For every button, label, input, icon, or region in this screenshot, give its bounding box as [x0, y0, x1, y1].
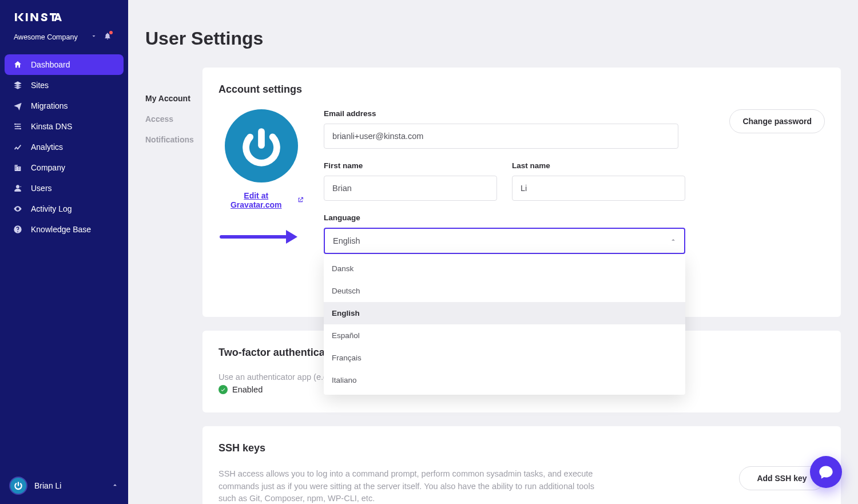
svg-rect-0 — [26, 13, 28, 21]
layers-icon — [13, 80, 23, 90]
sidebar-item-label: Dashboard — [31, 60, 70, 69]
chevron-up-icon — [111, 481, 119, 491]
settings-subnav: My Account Access Notifications — [145, 68, 202, 150]
notification-dot-icon — [109, 31, 113, 34]
sidebar-item-label: Analytics — [31, 142, 63, 152]
card-title: SSH keys — [219, 442, 739, 454]
user-avatar-small — [9, 477, 27, 495]
power-icon — [239, 124, 284, 168]
twofa-status: Enabled — [232, 385, 263, 394]
last-name-label: Last name — [512, 161, 685, 170]
plane-icon — [13, 101, 23, 111]
notifications-bell[interactable] — [101, 32, 114, 42]
sidebar-nav: Dashboard Sites Migrations Kinsta DNS An… — [0, 52, 128, 242]
sidebar-item-kinsta-dns[interactable]: Kinsta DNS — [5, 116, 124, 137]
svg-point-3 — [19, 128, 21, 130]
ssh-description: SSH access allows you to log into a comm… — [219, 468, 596, 504]
svg-point-1 — [14, 124, 16, 125]
subnav-my-account[interactable]: My Account — [145, 88, 202, 109]
language-option[interactable]: Dansk — [324, 257, 685, 280]
sidebar-item-users[interactable]: Users — [5, 178, 124, 199]
sidebar-item-dashboard[interactable]: Dashboard — [5, 54, 124, 75]
change-password-button[interactable]: Change password — [729, 109, 825, 133]
chevron-up-icon — [669, 236, 677, 245]
account-settings-card: Account settings Edit at Gravatar.com — [202, 68, 841, 317]
language-option[interactable]: English — [324, 302, 685, 324]
language-value: English — [333, 236, 360, 245]
sidebar-item-label: Sites — [31, 81, 49, 90]
sidebar-item-label: Company — [31, 163, 65, 172]
last-name-input[interactable] — [512, 176, 685, 201]
first-name-input[interactable] — [324, 176, 497, 201]
sidebar-item-label: Kinsta DNS — [31, 122, 72, 131]
check-circle-icon — [219, 385, 228, 394]
edit-gravatar-link[interactable]: Edit at Gravatar.com — [219, 191, 304, 209]
sidebar-item-label: Migrations — [31, 101, 68, 110]
ssh-card: SSH keys SSH access allows you to log in… — [202, 426, 841, 504]
external-link-icon — [297, 196, 304, 204]
language-option[interactable]: Deutsch — [324, 280, 685, 302]
sidebar-user-name: Brian Li — [34, 481, 61, 490]
chevron-down-icon — [87, 33, 101, 41]
eye-icon — [13, 204, 23, 214]
company-name: Awesome Company — [14, 33, 87, 41]
sidebar-item-knowledge-base[interactable]: Knowledge Base — [5, 219, 124, 240]
company-switcher[interactable]: Awesome Company — [0, 29, 128, 52]
building-icon — [13, 162, 23, 173]
sidebar-item-label: Users — [31, 184, 52, 193]
brand-logo[interactable] — [0, 0, 128, 29]
email-label: Email address — [324, 109, 678, 118]
language-option[interactable]: Français — [324, 347, 685, 369]
sidebar-item-sites[interactable]: Sites — [5, 75, 124, 96]
kinsta-logo-icon — [14, 11, 62, 23]
language-select[interactable]: English — [324, 228, 685, 254]
chat-icon — [818, 464, 834, 480]
language-option[interactable]: Italiano — [324, 369, 685, 391]
subnav-access[interactable]: Access — [145, 109, 202, 129]
sidebar-item-analytics[interactable]: Analytics — [5, 137, 124, 157]
svg-point-2 — [17, 126, 19, 128]
subnav-notifications[interactable]: Notifications — [145, 129, 202, 150]
sidebar-item-label: Activity Log — [31, 204, 72, 213]
sidebar-item-migrations[interactable]: Migrations — [5, 96, 124, 116]
page-title: User Settings — [128, 12, 858, 55]
main-content: User Settings My Account Access Notifica… — [128, 12, 858, 504]
sidebar-item-activity-log[interactable]: Activity Log — [5, 199, 124, 219]
sidebar: Awesome Company Dashboard Sites Migratio… — [0, 0, 128, 504]
language-dropdown: Dansk Deutsch English Español Français I… — [324, 254, 685, 395]
dns-icon — [13, 121, 23, 132]
users-icon — [13, 183, 23, 193]
email-input[interactable] — [324, 124, 678, 149]
language-label: Language — [324, 213, 685, 222]
chat-button[interactable] — [810, 456, 842, 488]
sidebar-item-label: Knowledge Base — [31, 225, 91, 234]
user-avatar-large — [225, 109, 298, 182]
sidebar-user-menu[interactable]: Brian Li — [0, 470, 128, 504]
sidebar-item-company[interactable]: Company — [5, 157, 124, 178]
card-title: Account settings — [219, 84, 825, 96]
language-option[interactable]: Español — [324, 324, 685, 347]
chart-line-icon — [13, 142, 23, 152]
house-icon — [13, 59, 23, 70]
first-name-label: First name — [324, 161, 497, 170]
power-icon — [13, 481, 23, 491]
question-circle-icon — [13, 224, 23, 235]
